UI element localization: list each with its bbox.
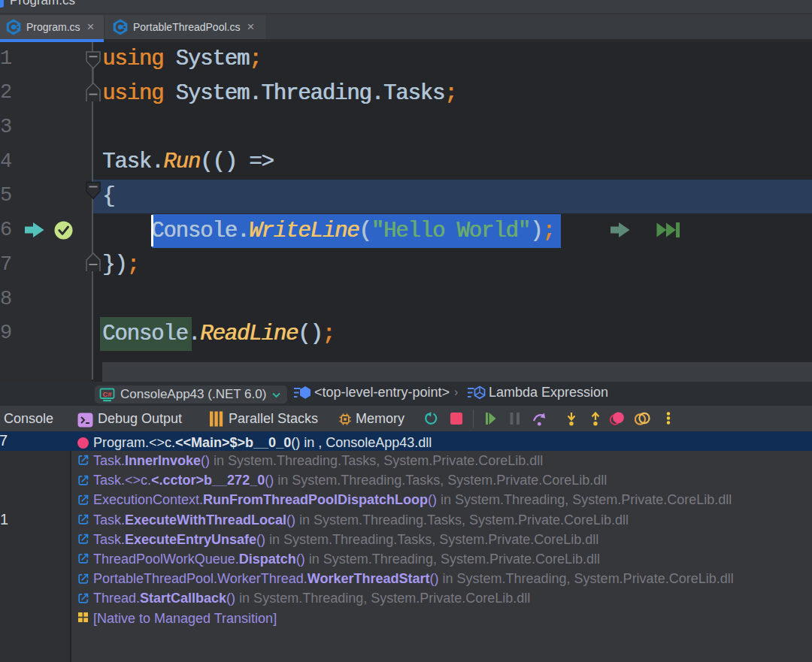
svg-text:C#: C# [102,389,112,398]
